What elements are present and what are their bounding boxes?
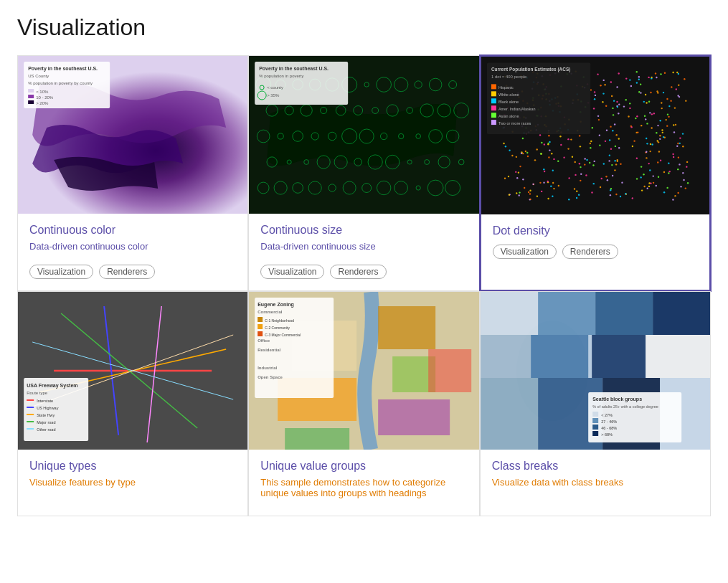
card-body: Continuous size Data-driven continuous s…	[249, 214, 478, 290]
card-title: Unique types	[29, 460, 236, 473]
svg-text:Other road: Other road	[37, 427, 55, 432]
tag[interactable]: Visualization	[260, 265, 324, 279]
svg-point-98	[673, 107, 675, 108]
svg-point-307	[649, 169, 651, 171]
svg-text:10 - 20%: 10 - 20%	[36, 95, 54, 100]
svg-text:US County: US County	[28, 74, 49, 78]
svg-point-456	[529, 193, 530, 194]
svg-point-283	[657, 176, 658, 178]
svg-text:Office: Office	[257, 338, 270, 343]
svg-point-409	[616, 106, 618, 108]
svg-point-186	[519, 191, 520, 193]
card-continuous-color[interactable]: Poverty in the southeast U.S. US County …	[17, 55, 248, 291]
svg-point-460	[649, 151, 651, 152]
svg-point-103	[648, 163, 649, 164]
svg-point-172	[646, 143, 648, 144]
card-subtitle: Visualize features by type	[29, 477, 236, 488]
svg-point-288	[590, 147, 591, 148]
svg-text:% population in poverty by cou: % population in poverty by county	[28, 81, 93, 85]
svg-text:State Hwy: State Hwy	[37, 413, 55, 417]
svg-point-414	[567, 148, 569, 149]
tag[interactable]: Visualization	[29, 265, 93, 279]
svg-point-116	[541, 142, 542, 143]
svg-point-387	[599, 144, 600, 146]
svg-point-168	[661, 129, 663, 131]
card-dot-density[interactable]: Current Population Estimates (ACS) 1 dot…	[480, 55, 711, 291]
svg-point-428	[658, 151, 659, 152]
svg-point-142	[637, 131, 638, 133]
svg-point-158	[646, 102, 647, 103]
svg-point-472	[597, 115, 599, 117]
svg-point-224	[549, 149, 550, 151]
card-unique-value-groups[interactable]: Eugene Zoning Commercial C-1 Neighborhoo…	[248, 291, 479, 516]
svg-point-417	[638, 76, 639, 77]
svg-rect-545	[481, 335, 531, 378]
svg-point-347	[628, 115, 629, 117]
svg-point-91	[686, 161, 688, 163]
card-body: Class breaks Visualize data with class b…	[481, 450, 710, 516]
svg-text:Major road: Major road	[37, 420, 55, 425]
svg-point-290	[672, 199, 673, 200]
page-title: Visualization	[17, 14, 711, 41]
svg-point-365	[504, 177, 505, 179]
svg-point-90	[563, 156, 564, 158]
svg-point-267	[685, 100, 686, 101]
svg-point-461	[614, 123, 615, 125]
svg-point-111	[610, 81, 611, 82]
card-image-continuous-size: Poverty in the southeast U.S. % populati…	[249, 56, 478, 214]
svg-point-478	[652, 175, 653, 176]
svg-point-225	[645, 94, 646, 95]
svg-point-393	[625, 77, 627, 79]
card-unique-types[interactable]: USA Freeway System Route type Interstate…	[17, 291, 248, 516]
svg-point-118	[604, 141, 605, 142]
svg-point-236	[686, 166, 687, 167]
svg-point-249	[552, 182, 554, 184]
tag[interactable]: Visualization	[493, 245, 557, 259]
svg-point-305	[648, 77, 649, 78]
svg-rect-8	[28, 95, 34, 98]
card-tags: VisualizationRenderers	[493, 245, 698, 259]
svg-point-104	[616, 101, 618, 103]
svg-point-287	[668, 163, 669, 164]
svg-point-112	[548, 156, 549, 158]
svg-point-348	[529, 199, 531, 200]
tag[interactable]: Renderers	[330, 265, 386, 279]
svg-text:C-3 Major Commercial: C-3 Major Commercial	[265, 333, 301, 337]
svg-point-297	[668, 172, 669, 174]
svg-point-354	[666, 98, 668, 100]
svg-point-205	[517, 171, 519, 173]
card-image-unique-types: USA Freeway System Route type Interstate…	[18, 292, 247, 450]
card-subtitle: This sample demonstrates how to categori…	[260, 477, 467, 498]
svg-point-402	[683, 179, 684, 181]
svg-point-261	[520, 153, 521, 154]
card-body: Unique value groups This sample demonstr…	[249, 450, 478, 516]
svg-text:US Highway: US Highway	[37, 406, 59, 410]
svg-point-403	[553, 158, 554, 160]
svg-text:C-1 Neighborhood: C-1 Neighborhood	[265, 318, 294, 323]
svg-text:> 68%: > 68%	[601, 432, 613, 437]
svg-point-423	[619, 196, 620, 197]
card-class-breaks[interactable]: Seattle block groups % of adults 25+ wit…	[480, 291, 711, 516]
svg-point-121	[651, 143, 653, 145]
svg-point-304	[677, 192, 679, 194]
svg-point-416	[682, 172, 684, 174]
card-title: Unique value groups	[260, 460, 467, 473]
svg-point-251	[674, 124, 676, 125]
svg-point-207	[659, 138, 661, 140]
tag[interactable]: Renderers	[562, 245, 618, 259]
card-continuous-size[interactable]: Poverty in the southeast U.S. % populati…	[248, 55, 479, 291]
svg-point-471	[579, 135, 580, 136]
svg-point-323	[682, 133, 684, 134]
svg-rect-6	[28, 89, 34, 93]
svg-point-302	[519, 166, 521, 167]
svg-point-213	[541, 191, 542, 192]
svg-point-381	[573, 188, 575, 189]
svg-point-459	[638, 91, 640, 93]
svg-text:Open Space: Open Space	[257, 375, 283, 379]
svg-rect-523	[378, 399, 450, 435]
tag[interactable]: Renderers	[99, 265, 155, 279]
svg-point-202	[547, 198, 549, 199]
svg-point-436	[612, 108, 613, 109]
svg-point-89	[672, 72, 673, 73]
svg-rect-490	[491, 105, 496, 110]
